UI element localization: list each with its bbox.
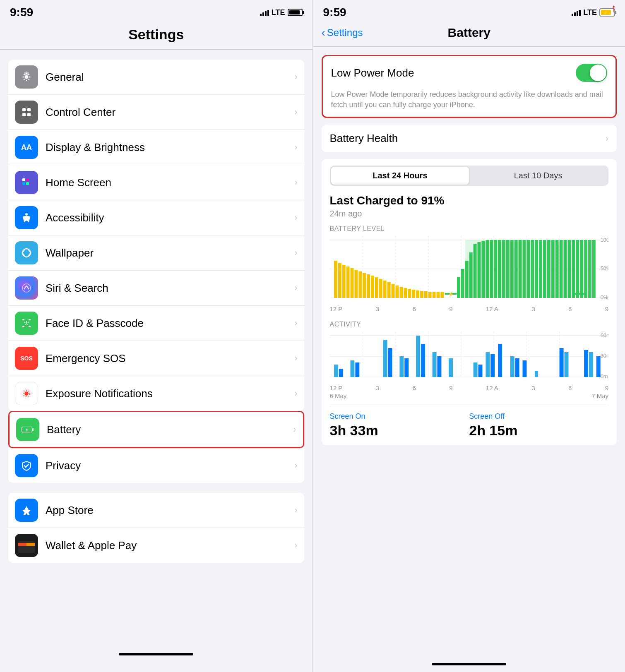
svg-rect-40 — [18, 543, 26, 546]
back-button[interactable]: ‹ Settings — [322, 26, 363, 39]
svg-rect-27 — [29, 326, 31, 327]
left-panel: 9:59 LTE Settings General › — [0, 0, 312, 672]
svg-rect-155 — [589, 352, 593, 377]
settings-item-wallpaper[interactable]: Wallpaper › — [8, 235, 304, 271]
svg-rect-99 — [531, 240, 534, 298]
svg-rect-75 — [428, 292, 431, 298]
lte-label: LTE — [272, 8, 285, 17]
privacy-icon — [15, 454, 38, 477]
svg-rect-116 — [574, 293, 586, 295]
left-home-indicator — [119, 653, 193, 655]
back-chevron-icon: ‹ — [322, 26, 325, 39]
svg-rect-67 — [395, 286, 399, 298]
general-label: General — [46, 71, 294, 84]
left-time: 9:59 — [10, 6, 33, 19]
privacy-section: Privacy › — [8, 448, 304, 483]
right-status-bar: 9:59 LTE ⚡ — [313, 0, 625, 22]
svg-rect-108 — [567, 240, 571, 298]
svg-rect-156 — [596, 356, 600, 377]
sos-chevron: › — [294, 353, 297, 364]
settings-item-appstore[interactable]: App Store › — [8, 493, 304, 528]
svg-point-23 — [22, 284, 31, 292]
settings-item-exposure[interactable]: Exposure Notifications › — [8, 376, 304, 411]
right-page-title: Battery — [448, 26, 490, 40]
battery-health-row[interactable]: Battery Health › — [322, 125, 617, 152]
svg-rect-77 — [436, 292, 440, 298]
time-range-segmented-control[interactable]: Last 24 Hours Last 10 Days — [330, 166, 609, 186]
svg-text:0m: 0m — [600, 373, 608, 379]
svg-rect-102 — [543, 240, 546, 298]
svg-rect-62 — [375, 277, 378, 298]
svg-rect-142 — [449, 358, 453, 377]
right-signal-icon — [572, 9, 581, 16]
settings-item-home-screen[interactable]: Home Screen › — [8, 165, 304, 200]
svg-rect-10 — [22, 108, 26, 111]
exposure-label: Exposure Notifications — [46, 387, 294, 400]
svg-rect-82 — [461, 269, 464, 298]
battery-health-label: Battery Health — [330, 132, 398, 145]
svg-text:60m: 60m — [600, 332, 608, 338]
svg-rect-65 — [387, 282, 390, 298]
activity-date-axis: 6 May 7 May — [330, 391, 609, 400]
svg-rect-81 — [457, 277, 460, 298]
settings-main-section: General › Control Center › AA Display & … — [8, 60, 304, 411]
svg-rect-66 — [391, 284, 394, 298]
battery-item-wrapper: Battery › — [8, 411, 304, 448]
wallet-chevron: › — [294, 540, 297, 551]
svg-rect-153 — [564, 352, 568, 377]
svg-rect-53 — [338, 263, 341, 298]
settings-item-privacy[interactable]: Privacy › — [8, 448, 304, 483]
svg-point-21 — [22, 252, 23, 254]
svg-rect-60 — [367, 274, 370, 298]
chart-section: Last 24 Hours Last 10 Days Last Charged … — [322, 159, 617, 445]
wallpaper-chevron: › — [294, 247, 297, 258]
svg-rect-151 — [535, 371, 538, 377]
settings-item-control-center[interactable]: Control Center › — [8, 95, 304, 130]
display-chevron: › — [294, 142, 297, 153]
settings-item-faceid[interactable]: Face ID & Passcode › — [8, 306, 304, 341]
settings-item-general[interactable]: General › — [8, 60, 304, 95]
svg-rect-140 — [432, 352, 436, 377]
settings-item-sos[interactable]: SOS Emergency SOS › — [8, 341, 304, 376]
red-arrow-annotation: ↑ — [611, 2, 617, 15]
low-power-mode-card: Low Power Mode Low Power Mode temporaril… — [322, 55, 617, 118]
svg-rect-61 — [371, 276, 374, 298]
battery-health-card[interactable]: Battery Health › — [322, 125, 617, 152]
svg-rect-103 — [547, 240, 550, 298]
svg-rect-64 — [383, 281, 386, 298]
svg-rect-110 — [576, 240, 579, 298]
svg-rect-55 — [346, 266, 349, 298]
settings-item-accessibility[interactable]: Accessibility › — [8, 200, 304, 235]
seg-24h[interactable]: Last 24 Hours — [331, 167, 469, 185]
svg-rect-56 — [350, 268, 353, 298]
svg-rect-112 — [584, 240, 587, 298]
svg-rect-144 — [478, 365, 482, 377]
svg-point-4 — [29, 77, 31, 78]
control-center-label: Control Center — [46, 106, 294, 119]
settings-item-display[interactable]: AA Display & Brightness › — [8, 130, 304, 165]
left-page-title: Settings — [0, 26, 312, 43]
wallpaper-label: Wallpaper — [46, 247, 294, 259]
display-icon: AA — [15, 136, 38, 159]
battery-bolt-icon: ⚡ — [603, 10, 609, 15]
svg-rect-54 — [342, 265, 345, 298]
svg-point-19 — [26, 248, 27, 250]
low-power-mode-toggle[interactable] — [576, 64, 607, 82]
svg-point-6 — [28, 74, 29, 75]
faceid-label: Face ID & Passcode — [46, 317, 294, 330]
seg-10d[interactable]: Last 10 Days — [469, 167, 607, 185]
siri-label: Siri & Search — [46, 282, 294, 295]
svg-rect-131 — [339, 369, 343, 377]
svg-rect-137 — [404, 358, 409, 377]
settings-item-battery[interactable]: Battery › — [10, 412, 303, 447]
svg-point-3 — [26, 80, 27, 81]
svg-point-22 — [30, 252, 31, 254]
svg-rect-16 — [22, 182, 25, 185]
settings-item-siri[interactable]: Siri & Search › — [8, 271, 304, 306]
last-charged-sub: 24m ago — [330, 209, 609, 218]
battery-level-label: BATTERY LEVEL — [330, 225, 609, 233]
settings-item-wallet[interactable]: Wallet & Apple Pay › — [8, 528, 304, 563]
svg-rect-41 — [26, 543, 35, 546]
left-status-icons: LTE — [260, 8, 303, 17]
wallet-icon — [15, 534, 38, 557]
